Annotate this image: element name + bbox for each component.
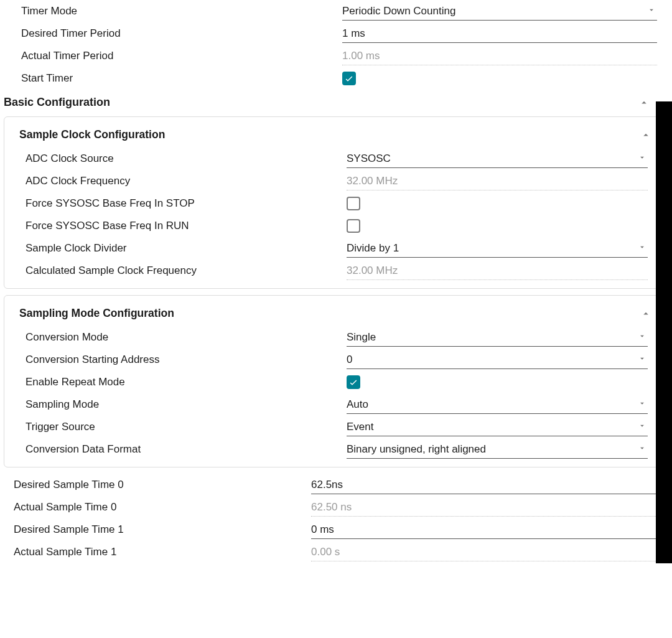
row-desired-sample-time-0: Desired Sample Time 0 62.5ns [0,474,672,496]
checkbox-start-timer[interactable] [342,72,356,85]
card-sample-clock-title: Sample Clock Configuration [19,128,165,141]
label-trigger-source: Trigger Source [4,421,347,433]
row-conversion-mode: Conversion Mode Single [4,326,663,349]
label-conversion-mode: Conversion Mode [4,331,347,344]
label-actual-sample-time-1: Actual Sample Time 1 [0,546,311,558]
select-trigger-source[interactable]: Event [347,418,648,436]
select-conversion-data-format-value: Binary unsigned, right aligned [347,443,486,456]
label-desired-sample-time-1: Desired Sample Time 1 [0,523,311,536]
section-basic-configuration-title: Basic Configuration [4,96,110,109]
select-adc-clock-source-value: SYSOSC [347,152,391,165]
label-force-sysosc-stop: Force SYSOSC Base Freq In STOP [4,197,347,210]
readout-calculated-sample-clock-frequency: 32.00 MHz [347,262,648,280]
select-conversion-starting-address[interactable]: 0 [347,351,648,369]
row-adc-clock-source: ADC Clock Source SYSOSC [4,148,663,170]
row-desired-sample-time-1: Desired Sample Time 1 0 ms [0,518,672,541]
label-conversion-data-format: Conversion Data Format [4,443,347,456]
label-sample-clock-divider: Sample Clock Divider [4,242,347,255]
card-sample-clock-header[interactable]: Sample Clock Configuration [4,120,663,148]
row-conversion-starting-address: Conversion Starting Address 0 [4,349,663,371]
select-conversion-mode-value: Single [347,331,376,344]
select-sampling-mode[interactable]: Auto [347,396,648,414]
readout-actual-timer-period: 1.00 ms [342,47,657,65]
input-desired-timer-period[interactable]: 1 ms [342,25,657,43]
label-force-sysosc-run: Force SYSOSC Base Freq In RUN [4,220,347,232]
chevron-up-icon [640,308,651,319]
card-sampling-mode-configuration: Sampling Mode Configuration Conversion M… [4,295,663,467]
select-trigger-source-value: Event [347,421,373,433]
row-actual-sample-time-0: Actual Sample Time 0 62.50 ns [0,496,672,518]
label-desired-sample-time-0: Desired Sample Time 0 [0,479,311,491]
select-conversion-mode[interactable]: Single [347,329,648,347]
caret-down-icon [638,331,646,344]
row-enable-repeat-mode: Enable Repeat Mode [4,371,663,393]
caret-down-icon [647,5,656,17]
row-start-timer: Start Timer [0,67,672,90]
row-actual-sample-time-1: Actual Sample Time 1 0.00 s [0,541,672,563]
row-adc-clock-frequency: ADC Clock Frequency 32.00 MHz [4,170,663,192]
chevron-up-icon [638,97,650,108]
caret-down-icon [638,443,646,456]
row-actual-timer-period: Actual Timer Period 1.00 ms [0,45,672,67]
label-start-timer: Start Timer [0,72,342,85]
label-adc-clock-source: ADC Clock Source [4,152,347,165]
row-force-sysosc-run: Force SYSOSC Base Freq In RUN [4,215,663,237]
card-sampling-mode-title: Sampling Mode Configuration [19,307,174,320]
select-timer-mode-value: Periodic Down Counting [342,5,455,17]
readout-adc-clock-frequency: 32.00 MHz [347,172,648,190]
row-desired-timer-period: Desired Timer Period 1 ms [0,22,672,45]
input-desired-sample-time-0[interactable]: 62.5ns [311,476,657,494]
row-sample-clock-divider: Sample Clock Divider Divide by 1 [4,237,663,260]
label-actual-sample-time-0: Actual Sample Time 0 [0,501,311,514]
select-sampling-mode-value: Auto [347,398,368,411]
readout-actual-sample-time-0: 62.50 ns [311,499,657,517]
select-timer-mode[interactable]: Periodic Down Counting [342,2,657,21]
readout-actual-sample-time-1: 0.00 s [311,543,657,561]
label-enable-repeat-mode: Enable Repeat Mode [4,376,347,388]
label-actual-timer-period: Actual Timer Period [0,50,342,62]
label-conversion-starting-address: Conversion Starting Address [4,354,347,366]
row-timer-mode: Timer Mode Periodic Down Counting [0,0,672,22]
select-adc-clock-source[interactable]: SYSOSC [347,150,648,168]
row-calculated-sample-clock-frequency: Calculated Sample Clock Frequency 32.00 … [4,260,663,282]
checkbox-enable-repeat-mode[interactable] [347,375,360,389]
row-trigger-source: Trigger Source Event [4,416,663,438]
select-conversion-starting-address-value: 0 [347,354,352,366]
label-sampling-mode: Sampling Mode [4,398,347,411]
select-sample-clock-divider-value: Divide by 1 [347,242,399,255]
input-desired-sample-time-1[interactable]: 0 ms [311,521,657,539]
section-basic-configuration-header[interactable]: Basic Configuration [0,90,672,113]
black-edge-decor [656,101,672,563]
card-sample-clock-configuration: Sample Clock Configuration ADC Clock Sou… [4,116,663,289]
label-desired-timer-period: Desired Timer Period [0,27,342,40]
card-sampling-mode-header[interactable]: Sampling Mode Configuration [4,298,663,326]
select-sample-clock-divider[interactable]: Divide by 1 [347,240,648,258]
caret-down-icon [638,152,646,165]
caret-down-icon [638,242,646,255]
label-calculated-sample-clock-frequency: Calculated Sample Clock Frequency [4,265,347,277]
select-conversion-data-format[interactable]: Binary unsigned, right aligned [347,441,648,459]
checkbox-force-sysosc-run[interactable] [347,219,360,233]
config-page: Timer Mode Periodic Down Counting Desire… [0,0,672,563]
row-force-sysosc-stop: Force SYSOSC Base Freq In STOP [4,192,663,215]
label-timer-mode: Timer Mode [0,5,342,17]
row-conversion-data-format: Conversion Data Format Binary unsigned, … [4,438,663,461]
chevron-up-icon [640,129,651,141]
caret-down-icon [638,421,646,433]
checkbox-force-sysosc-stop[interactable] [347,197,360,210]
caret-down-icon [638,354,646,366]
label-adc-clock-frequency: ADC Clock Frequency [4,175,347,187]
row-sampling-mode: Sampling Mode Auto [4,393,663,416]
caret-down-icon [638,398,646,411]
